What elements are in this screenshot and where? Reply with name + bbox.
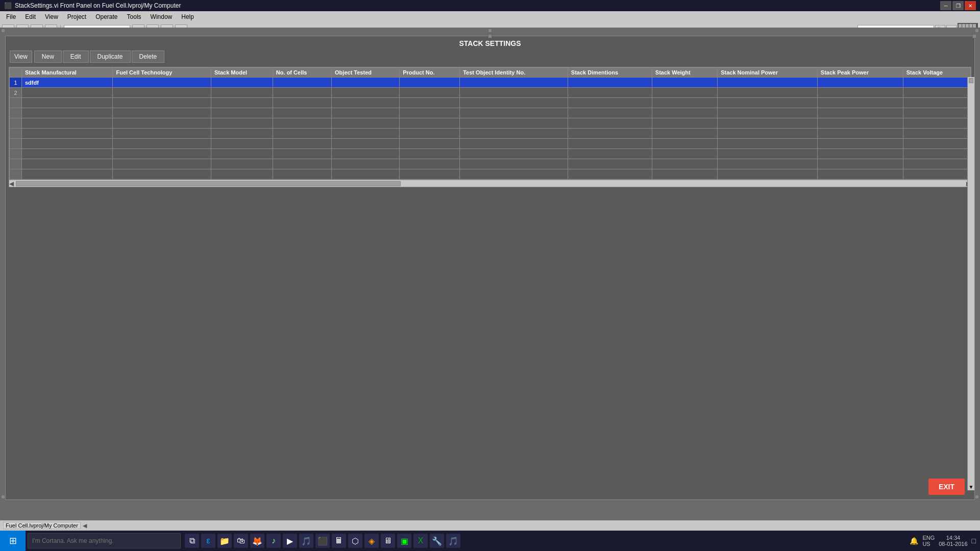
table-cell	[718, 169, 818, 180]
table-cell	[273, 149, 331, 159]
table-row[interactable]	[10, 108, 971, 118]
table-cell	[273, 118, 331, 129]
table-cell	[718, 88, 818, 98]
anchor-tr	[975, 29, 979, 33]
taskbar-firefox[interactable]: 🦊	[250, 534, 264, 548]
start-button[interactable]: ⊞	[0, 531, 26, 551]
taskbar-store[interactable]: 🛍	[234, 534, 248, 548]
taskbar-time: 14:34	[946, 535, 961, 541]
edit-button[interactable]: Edit	[63, 51, 89, 63]
taskbar-app2[interactable]: ▣	[397, 534, 411, 548]
table-cell	[652, 139, 717, 149]
table-cell	[903, 88, 970, 98]
taskbar: ⊞ ⧉ ε 📁 🛍 🦊 ♪ ▶ 🎵 ⬛ 🖩 ⬡ ◈ 🖥 ▣ X 🔧 🎵 🔔 EN…	[0, 531, 980, 551]
table-cell	[568, 149, 652, 159]
notification-center[interactable]: □	[972, 537, 976, 545]
table-cell	[400, 78, 460, 88]
taskbar-3d[interactable]: ⬡	[348, 534, 362, 548]
duplicate-button[interactable]: Duplicate	[90, 51, 131, 63]
taskbar-language: ENGUS	[922, 535, 935, 547]
title-bar-right: ─ ❐ ✕	[940, 1, 976, 10]
taskbar-audio[interactable]: 🎵	[446, 534, 460, 548]
table-cell	[273, 88, 331, 98]
new-button[interactable]: New	[34, 51, 62, 63]
status-project[interactable]: Fuel Cell.lvproj/My Computer	[3, 522, 81, 529]
taskbar-calc[interactable]: 🖩	[332, 534, 346, 548]
menu-project[interactable]: Project	[63, 12, 90, 21]
table-cell	[652, 159, 717, 169]
title-bar-left: ⬛ StackSettings.vi Front Panel on Fuel C…	[4, 2, 181, 9]
table-cell	[332, 88, 400, 98]
table-row[interactable]	[10, 169, 971, 180]
table-container: Stack Manufactural Fuel Cell Technology …	[9, 67, 971, 187]
table-cell	[652, 169, 717, 180]
table-row[interactable]	[10, 149, 971, 159]
menu-help[interactable]: Help	[177, 12, 198, 21]
v-scrollbar[interactable]: ▼	[967, 77, 974, 490]
main-panel: STACK SETTINGS View New Edit Duplicate D…	[0, 28, 980, 525]
taskbar-labview[interactable]: ◈	[364, 534, 379, 548]
restore-button[interactable]: ❐	[952, 1, 964, 10]
col-header-identity: Test Object Identity No.	[460, 68, 568, 78]
menu-view[interactable]: View	[41, 12, 62, 21]
taskbar-taskview[interactable]: ⧉	[185, 534, 199, 548]
table-row[interactable]	[10, 139, 971, 149]
menu-tools[interactable]: Tools	[123, 12, 145, 21]
table-cell	[817, 139, 903, 149]
table-row[interactable]	[10, 118, 971, 129]
anchor-tl	[1, 29, 5, 33]
table-cell	[113, 98, 211, 108]
scroll-left-arrow[interactable]: ◀	[9, 180, 14, 187]
table-cell	[817, 149, 903, 159]
table-row[interactable]	[10, 129, 971, 139]
app-icon: ⬛	[4, 2, 12, 9]
delete-button[interactable]: Delete	[132, 51, 165, 63]
table-cell	[718, 159, 818, 169]
table-cell	[718, 78, 818, 88]
table-cell	[568, 159, 652, 169]
cortana-search[interactable]	[28, 533, 181, 548]
table-cell	[273, 169, 331, 180]
h-scrollbar[interactable]: ◀ ▶	[9, 180, 971, 187]
table-cell	[211, 98, 273, 108]
table-row[interactable]	[10, 98, 971, 108]
table-cell	[273, 78, 331, 88]
scroll-down-arrow[interactable]: ▼	[968, 483, 974, 490]
taskbar-explorer[interactable]: 📁	[217, 534, 232, 548]
table-cell	[332, 108, 400, 118]
exit-button[interactable]: EXIT	[928, 479, 965, 495]
scroll-thumb[interactable]	[16, 181, 401, 186]
taskbar-clock: 14:34 08-01-2016	[939, 535, 967, 547]
col-header-peak: Stack Peak Power	[817, 68, 903, 78]
taskbar-remote[interactable]: 🖥	[381, 534, 395, 548]
table-cell	[718, 108, 818, 118]
table-row[interactable]: 1sdfdf	[10, 78, 971, 88]
taskbar-media[interactable]: ▶	[283, 534, 297, 548]
v-scroll-thumb[interactable]	[969, 78, 973, 83]
menu-file[interactable]: File	[2, 12, 20, 21]
table-row[interactable]: 2	[10, 88, 971, 98]
minimize-button[interactable]: ─	[940, 1, 951, 10]
menu-window[interactable]: Window	[146, 12, 177, 21]
table-row[interactable]	[10, 159, 971, 169]
table-cell	[211, 159, 273, 169]
menu-operate[interactable]: Operate	[91, 12, 121, 21]
table-cell	[817, 88, 903, 98]
table-cell	[400, 108, 460, 118]
table-cell	[22, 149, 113, 159]
taskbar-notification[interactable]: 🔔	[910, 537, 918, 545]
taskbar-app1[interactable]: ⬛	[315, 534, 330, 548]
table-cell	[817, 78, 903, 88]
taskbar-edge[interactable]: ε	[201, 534, 215, 548]
table-cell	[400, 88, 460, 98]
taskbar-media2[interactable]: 🎵	[299, 534, 313, 548]
taskbar-app3[interactable]: 🔧	[430, 534, 444, 548]
table-cell	[22, 98, 113, 108]
taskbar-winamp[interactable]: ♪	[266, 534, 281, 548]
table-wrapper[interactable]: Stack Manufactural Fuel Cell Technology …	[9, 67, 971, 180]
table-cell	[460, 169, 568, 180]
row-number	[10, 139, 22, 149]
taskbar-excel[interactable]: X	[413, 534, 428, 548]
close-button[interactable]: ✕	[965, 1, 976, 10]
menu-edit[interactable]: Edit	[21, 12, 40, 21]
